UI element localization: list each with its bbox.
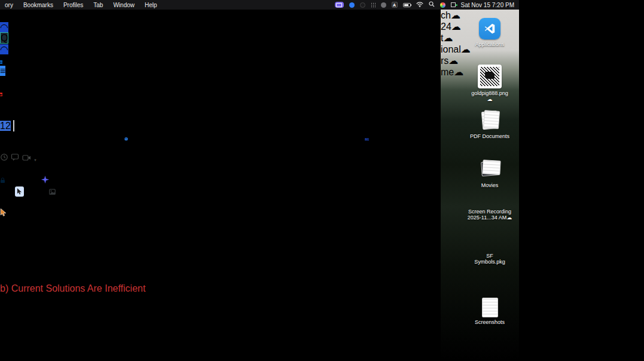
menu-help[interactable]: Help	[145, 2, 157, 8]
layout-button[interactable]: Layout	[112, 186, 141, 197]
comment-icon[interactable]	[11, 153, 19, 163]
insert-image-icon[interactable]	[49, 186, 56, 197]
desktop-wallpaper: ch☁ 24☁ t☁ ional☁ rs☁ me☁ Applications g…	[441, 10, 519, 361]
grid-status-icon[interactable]	[371, 2, 376, 7]
bookmarks-bar: In Space We Trust... Canvas zmZoom Meeti…	[0, 131, 644, 142]
tab[interactable]: QFind a×	[0, 33, 644, 44]
menu-bookmarks[interactable]: Bookmarks	[23, 2, 53, 8]
background-button[interactable]: Background	[59, 186, 109, 197]
desktop-icon-movies[interactable]: Movies	[454, 159, 526, 188]
chrome-window: ern× 304 M× ◠Grand× QFind a× ◠ISEF C× in…	[0, 0, 644, 361]
tab[interactable]: ◠Grand×	[0, 22, 644, 33]
tab-close-icon[interactable]: ×	[35, 33, 41, 43]
menubar-clock: Sat Nov 15 7:20 PM	[461, 2, 515, 8]
gray-status-icon[interactable]	[381, 2, 386, 8]
chrome-update-pill[interactable]: New Chrome available	[14, 121, 111, 131]
share-button[interactable]: Share ▾	[0, 175, 41, 185]
select-cursor-icon[interactable]	[15, 186, 24, 197]
collapse-toolbar-icon[interactable]: ^	[237, 186, 242, 197]
battery-icon[interactable]	[403, 3, 411, 7]
slides-toolbar: it ▾ Tr ◯ ╲▾ Background Layout Theme Tra…	[0, 186, 644, 197]
lock-icon	[0, 178, 5, 183]
tab-close-icon[interactable]: ×	[33, 55, 38, 65]
slide[interactable]: INTRODUCTION 1) The Communication Barrie…	[0, 219, 644, 361]
screen-share-status-icon[interactable]	[335, 2, 344, 8]
zoom-status-icon[interactable]	[349, 2, 355, 8]
calendar-extension-icon[interactable]: 12	[0, 121, 11, 131]
bookmark-item[interactable]: In Space We Trust...	[0, 131, 87, 142]
app-status-icon[interactable]	[360, 2, 365, 8]
society-favicon: ◠	[0, 44, 8, 54]
tab-active[interactable]: 304 M×	[0, 11, 644, 22]
menu-tab[interactable]: Tab	[93, 2, 103, 8]
cloud-icon: ☁	[506, 215, 512, 221]
mouse-cursor	[0, 208, 644, 219]
menu-arrange[interactable]: Arrange	[0, 142, 34, 152]
siri-icon[interactable]	[440, 2, 445, 8]
tab-close-icon[interactable]: ×	[25, 87, 30, 97]
slides-app: Arrange Tools Extensions Help ▾ Slidesho…	[0, 142, 644, 361]
tab[interactable]: ◠ISEF C×	[0, 44, 644, 55]
tab-close-icon[interactable]: ×	[35, 22, 40, 32]
desktop-icon-screen-recording[interactable]: Screen Recording2025-11...34 AM☁	[454, 207, 526, 221]
new-tab-button[interactable]: +	[0, 98, 644, 109]
menu-help[interactable]: Help	[111, 142, 131, 152]
document-stack-icon	[480, 110, 500, 131]
spotlight-search-icon[interactable]	[429, 1, 435, 8]
browser-menu-icon[interactable]: ⋮	[114, 121, 123, 131]
q-favicon: Q	[0, 32, 8, 44]
bookmark-item[interactable]: Canvas	[89, 131, 121, 142]
tab-strip: ern× 304 M× ◠Grand× QFind a× ◠ISEF C× in…	[0, 0, 644, 109]
tab-close-icon[interactable]: ×	[26, 11, 32, 21]
poster-left-column: INTRODUCTION 1) The Communication Barrie…	[0, 219, 644, 361]
wifi-icon[interactable]	[416, 2, 423, 8]
line-icon[interactable]: ╲▾	[42, 191, 47, 196]
tab-close-icon[interactable]: ×	[34, 66, 39, 76]
meet-camera-icon[interactable]	[22, 153, 32, 163]
menu-profiles[interactable]: Profiles	[63, 2, 83, 8]
menu-history-partial[interactable]: ory	[5, 2, 13, 8]
stage-manager-icon[interactable]	[451, 2, 456, 7]
url-bar[interactable]: gle.com/presentation/d/1pdaa5aaHXJy821YO…	[0, 109, 644, 120]
desktop-icon-goldpig[interactable]: goldpig888.png☁	[454, 65, 526, 103]
a-status-icon[interactable]: A	[392, 2, 398, 8]
bookmark-item[interactable]: zmZoom Meetings -...	[124, 131, 207, 142]
desktop-icon-pdf-documents[interactable]: PDF Documents	[454, 110, 526, 139]
ruler: 123456789	[0, 197, 644, 208]
camera-caret-icon[interactable]: ▾	[34, 158, 36, 162]
url-text: gle.com/presentation/d/1pdaa5aaHXJy821YO…	[0, 109, 215, 120]
tab[interactable]: L2_Art×	[0, 77, 644, 87]
tab[interactable]: ≡[11_8_×	[0, 66, 644, 77]
desktop-icon-screenshots[interactable]: Screenshots	[454, 298, 526, 325]
tab[interactable]: ▶(287)×	[0, 87, 644, 98]
intro-header: INTRODUCTION	[0, 219, 644, 230]
macos-menubar: ory Bookmarks Profiles Tab Window Help A…	[0, 0, 519, 10]
zoom-fit-control[interactable]: it ▾	[0, 186, 12, 197]
desktop-icon-sf-symbols[interactable]: SFSymbols.pkg	[454, 251, 526, 265]
tab-close-icon[interactable]: ×	[28, 77, 33, 87]
history-icon[interactable]	[0, 153, 8, 163]
slideshow-button[interactable]: Slideshow	[0, 164, 44, 175]
menu-window[interactable]: Window	[113, 2, 135, 8]
bookmark-item[interactable]: Imported From Ed...	[277, 131, 362, 142]
qr-image-icon	[478, 65, 502, 88]
menu-tools[interactable]: Tools	[36, 142, 59, 152]
slide-canvas[interactable]: INTRODUCTION 1) The Communication Barrie…	[0, 219, 644, 361]
browser-toolbar: gle.com/presentation/d/1pdaa5aaHXJy821YO…	[0, 109, 644, 131]
desktop-icon-applications[interactable]: Applications	[454, 18, 526, 47]
tab[interactable]: inMay Ly×	[0, 55, 644, 66]
textbox-icon[interactable]: Tr	[26, 190, 31, 196]
bookmark-star-icon[interactable]: ☆	[218, 109, 226, 120]
bookmark-item[interactable]: Typing practice	[210, 131, 274, 142]
laser-pointer-icon[interactable]: ▷	[220, 186, 227, 197]
slideshow-caret[interactable]: ▾	[44, 164, 48, 175]
transition-button[interactable]: Transition	[176, 186, 218, 197]
card-cnn: 3 CNN-Based Viz Models Good for static g…	[0, 359, 644, 361]
theme-button[interactable]: Theme	[144, 186, 173, 197]
menu-extensions[interactable]: Extensions	[62, 142, 108, 152]
gemini-sparkle-icon[interactable]	[41, 175, 49, 185]
tab-close-icon[interactable]: ×	[39, 44, 45, 54]
pointer-caret-icon[interactable]: ▾	[230, 186, 235, 197]
share-caret-icon[interactable]: ▾	[36, 180, 39, 184]
shapes-icon[interactable]: ◯	[34, 191, 39, 196]
